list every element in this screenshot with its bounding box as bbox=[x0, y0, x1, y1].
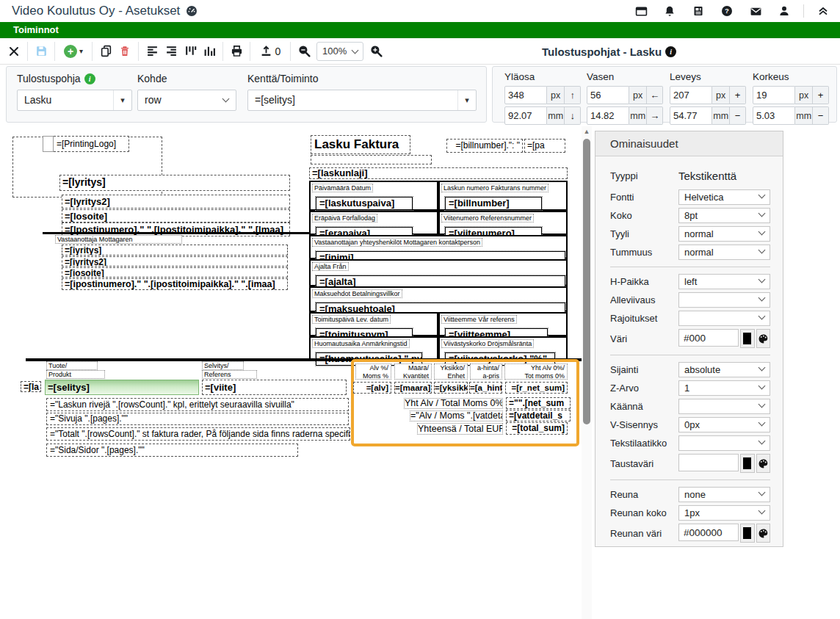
template-canvas[interactable]: =[PrintingLogo] =[lyritys] =[lyritys2] =… bbox=[6, 125, 582, 619]
align-left-button[interactable] bbox=[142, 41, 162, 62]
border-color-swatch-button[interactable] bbox=[740, 524, 755, 543]
textbox-select[interactable] bbox=[678, 435, 770, 451]
total-value-moms[interactable]: ="".[net_sum bbox=[506, 397, 571, 409]
align-top-button[interactable] bbox=[181, 41, 200, 62]
height-mm-input[interactable] bbox=[753, 106, 795, 125]
size-select[interactable]: 8pt bbox=[678, 208, 770, 223]
clipped-row-field[interactable]: =[la bbox=[21, 381, 41, 392]
bgcolor-swatch-button[interactable] bbox=[740, 454, 755, 473]
color-palette-button[interactable] bbox=[756, 329, 771, 348]
cell-late-interest[interactable]: Viivästyskorko Dröjsmålsränta =[viivasty… bbox=[438, 336, 568, 361]
cell-contact[interactable]: Vastaanottajan yhteyshenkilöt Mottagaren… bbox=[309, 235, 568, 259]
note-field-3[interactable]: ="Totalt ".[rowsCount]." st faktura rade… bbox=[46, 427, 350, 441]
selected-field-selitys[interactable]: =[selitys] bbox=[45, 380, 199, 395]
note-field-4[interactable]: ="Sida/Sidor ".[pages]."" bbox=[46, 444, 298, 457]
recipient-label[interactable]: Vastaanottaja Mottagaren bbox=[55, 235, 182, 244]
height-px-input[interactable] bbox=[753, 86, 795, 104]
underline-select[interactable] bbox=[678, 292, 770, 308]
rotate-select[interactable] bbox=[678, 399, 770, 414]
recipient-address-field[interactable]: =[iosoite] bbox=[62, 267, 288, 278]
width-px-input[interactable] bbox=[670, 86, 712, 104]
width-mm-input[interactable] bbox=[670, 106, 712, 125]
mail-icon[interactable] bbox=[746, 1, 765, 21]
menu-toiminnot[interactable]: Toiminnot bbox=[13, 24, 59, 35]
cell-date-label[interactable]: Päivämäärä Datum bbox=[312, 184, 373, 192]
zoom-in-button[interactable] bbox=[366, 41, 385, 62]
note-field-1[interactable]: ="Laskun rivejä ".[rowsCount]." kpl, eri… bbox=[46, 398, 349, 411]
sender-company-field[interactable]: =[lyritys] bbox=[59, 175, 290, 191]
amount-header-total[interactable]: Yht Alv 0%/Tot moms 0% bbox=[504, 363, 568, 380]
cell-due-label[interactable]: Eräpäivä Förfallodag bbox=[312, 214, 377, 222]
cell-number-value[interactable]: =[billnumber] bbox=[445, 197, 542, 210]
weight-select[interactable]: normal bbox=[678, 245, 770, 260]
column-header-product-1[interactable]: Tuote/ bbox=[46, 361, 98, 370]
position-select[interactable]: absolute bbox=[678, 362, 770, 377]
amount-header-ahinta[interactable]: a-hinta/a-pris bbox=[470, 363, 502, 380]
top-mm-input[interactable] bbox=[504, 106, 547, 125]
recipient-company-field[interactable]: =[iyritys] bbox=[62, 245, 288, 256]
news-journal-icon[interactable] bbox=[689, 1, 708, 21]
cell-note-period-label[interactable]: Huomautusaika Anmärkningstid bbox=[312, 339, 410, 348]
amount-header-maara[interactable]: Määrä/Kvantitet bbox=[394, 363, 432, 380]
save-button[interactable] bbox=[32, 41, 51, 62]
print-button[interactable] bbox=[227, 41, 246, 62]
total-value-vat[interactable]: =[vatdetail_s bbox=[506, 410, 571, 421]
move-right-button[interactable]: → bbox=[647, 106, 663, 125]
cell-our-ref-label[interactable]: Viitteemme Vår referens bbox=[441, 315, 517, 324]
bgcolor-input[interactable] bbox=[678, 454, 739, 471]
zoom-out-button[interactable] bbox=[294, 41, 314, 62]
amount-header-alv[interactable]: Alv %/Moms % bbox=[355, 363, 391, 380]
limits-select[interactable] bbox=[678, 311, 770, 326]
amount-field-ahinta[interactable]: =[a_hinta] bbox=[469, 382, 502, 394]
column-header-product-2[interactable]: Produkt bbox=[46, 370, 105, 379]
amount-header-yksikko[interactable]: Yksikkö/Enhet bbox=[434, 363, 468, 380]
info-icon-green[interactable]: i bbox=[84, 73, 95, 84]
width-decrease-button[interactable]: − bbox=[730, 106, 746, 125]
height-increase-button[interactable]: + bbox=[813, 86, 829, 104]
border-select[interactable]: none bbox=[678, 487, 770, 502]
invoice-type-field[interactable]: =[laskunlaji] bbox=[309, 167, 568, 179]
zindex-select[interactable]: 1 bbox=[678, 380, 770, 396]
row-ref-field[interactable]: =[viite] bbox=[202, 380, 347, 395]
color-input[interactable] bbox=[678, 329, 739, 347]
total-label-eur[interactable]: Yhteensä / Total EUR: bbox=[417, 423, 503, 435]
copy-button[interactable] bbox=[96, 41, 115, 62]
total-label-moms[interactable]: Yht Alv / Total Moms 0%: bbox=[404, 398, 503, 409]
bgcolor-palette-button[interactable] bbox=[756, 454, 771, 473]
cell-due[interactable]: Eräpäivä Förfallodag =[erapaiva] bbox=[309, 211, 438, 235]
cell-number-label[interactable]: Laskun numero Fakturans nummer bbox=[441, 184, 548, 192]
scroll-up-arrow-icon[interactable]: ▲ bbox=[582, 126, 592, 137]
recipient-company2-field[interactable]: =[iyritys2] bbox=[62, 256, 288, 267]
height-decrease-button[interactable]: − bbox=[813, 106, 829, 125]
halign-select[interactable]: left bbox=[678, 274, 770, 289]
export-button[interactable]: 0 bbox=[254, 41, 286, 62]
delete-button[interactable] bbox=[115, 41, 134, 62]
canvas-scrollbar[interactable]: ▲ bbox=[582, 126, 592, 619]
user-icon[interactable] bbox=[775, 1, 794, 21]
recipient-postal-field[interactable]: =[ipostinumero]." ".[ipostitoimipaikka].… bbox=[62, 278, 288, 290]
cell-terms-label[interactable]: Maksuehdot Betalningsvillkor bbox=[312, 289, 402, 298]
amount-field-maara[interactable]: =[maara] bbox=[394, 382, 432, 394]
add-element-button[interactable]: + ▾ bbox=[59, 41, 88, 62]
cell-date[interactable]: Päivämäärä Datum =[laskutuspaiva] bbox=[309, 181, 438, 211]
cell-date-value[interactable]: =[laskutuspaiva] bbox=[316, 197, 413, 210]
style-select[interactable]: normal bbox=[678, 226, 770, 242]
total-label-vat[interactable]: ="Alv / Moms ".[vatdetail bbox=[410, 410, 503, 421]
amount-field-yksikko[interactable]: =[yksikko] bbox=[434, 382, 468, 394]
page-header-field-2[interactable]: =[pa bbox=[524, 139, 565, 153]
sender-address-field[interactable]: =[losoite] bbox=[62, 209, 290, 222]
cell-terms[interactable]: Maksuehdot Betalningsvillkor =[maksuehto… bbox=[309, 286, 568, 312]
cell-note-period[interactable]: Huomautusaika Anmärkningstid =[huomautus… bbox=[309, 336, 438, 361]
scrollbar-thumb[interactable] bbox=[583, 139, 590, 424]
cell-our-ref[interactable]: Viitteemme Vår referens =[viitteemme] bbox=[438, 312, 568, 336]
total-value-eur[interactable]: =[total_sum] bbox=[506, 422, 568, 435]
sender-company2-field[interactable]: =[lyritys2] bbox=[62, 195, 290, 209]
doc-title-field[interactable]: Lasku Faktura bbox=[311, 135, 410, 154]
align-bottom-button[interactable] bbox=[200, 41, 219, 62]
cell-contact-label[interactable]: Vastaanottajan yhteyshenkilöt Mottagaren… bbox=[312, 238, 482, 247]
printing-logo-field[interactable]: =[PrintingLogo] bbox=[43, 136, 129, 152]
close-button[interactable] bbox=[4, 41, 23, 62]
cell-period-label[interactable]: Ajalta Från bbox=[312, 262, 349, 271]
cell-late-interest-label[interactable]: Viivästyskorko Dröjsmålsränta bbox=[441, 339, 534, 348]
left-px-input[interactable] bbox=[587, 86, 629, 104]
